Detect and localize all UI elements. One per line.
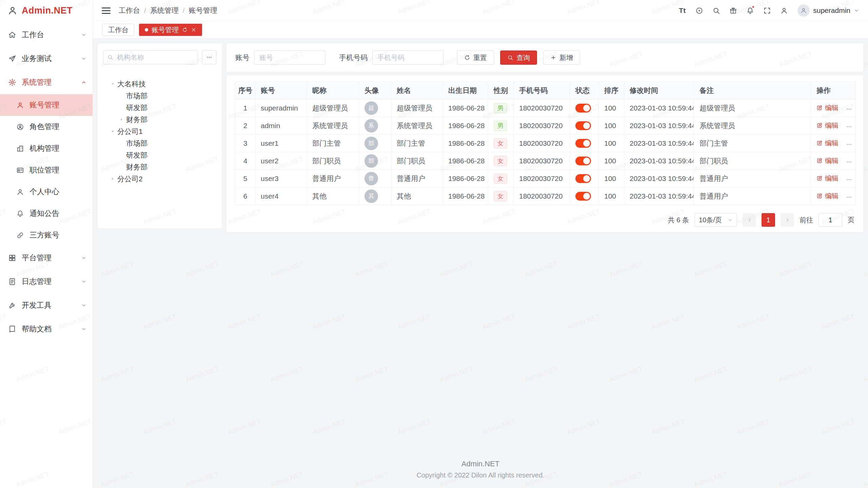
edit-button[interactable]: 编辑 bbox=[816, 121, 839, 130]
breadcrumb-item[interactable]: 账号管理 bbox=[189, 6, 217, 15]
table-card: 序号账号昵称头像姓名出生日期性别手机号码状态排序修改时间备注操作 1supera… bbox=[226, 75, 863, 232]
status-switch[interactable] bbox=[575, 139, 591, 148]
tree-item[interactable]: 财务部 bbox=[103, 161, 216, 173]
sidebar-item[interactable]: 帮助文档 bbox=[0, 317, 93, 341]
cell-ops: 编辑 bbox=[811, 99, 856, 117]
sidebar-item[interactable]: 工作台 bbox=[0, 23, 93, 47]
bell-icon[interactable] bbox=[743, 3, 757, 18]
cell-account: admin bbox=[255, 117, 307, 135]
sidebar: Admin.NET 工作台业务测试系统管理账号管理角色管理机构管理职位管理个人中… bbox=[0, 0, 93, 488]
cell-name: 普通用户 bbox=[391, 170, 443, 187]
sidebar-subitem[interactable]: 角色管理 bbox=[0, 116, 93, 138]
breadcrumb-item[interactable]: 工作台 bbox=[119, 6, 140, 15]
goto-page-input[interactable] bbox=[818, 213, 842, 227]
tree-item[interactable]: 研发部 bbox=[103, 149, 216, 161]
menu-toggle-icon[interactable] bbox=[102, 7, 111, 14]
user-icon[interactable] bbox=[776, 3, 791, 18]
cell-name: 部门职员 bbox=[391, 152, 443, 170]
cell-name: 系统管理员 bbox=[391, 117, 443, 135]
topbar: 工作台/系统管理/账号管理 Tt superadmin bbox=[93, 0, 868, 21]
org-search-input[interactable] bbox=[103, 50, 198, 64]
cell-avatar: 部 bbox=[359, 135, 391, 152]
status-switch[interactable] bbox=[575, 192, 591, 201]
edit-icon bbox=[816, 105, 823, 111]
account-input[interactable] bbox=[254, 50, 326, 65]
page-size-select[interactable]: 10条/页 bbox=[694, 213, 737, 227]
status-switch[interactable] bbox=[575, 121, 591, 130]
prev-page-button[interactable] bbox=[743, 213, 756, 227]
row-more-button[interactable] bbox=[846, 194, 852, 200]
row-more-button[interactable] bbox=[846, 177, 852, 183]
tree-item[interactable]: 研发部 bbox=[103, 102, 216, 114]
status-switch[interactable] bbox=[575, 174, 591, 183]
app-root: Admin.NET 工作台业务测试系统管理账号管理角色管理机构管理职位管理个人中… bbox=[0, 0, 868, 488]
row-more-button[interactable] bbox=[846, 106, 852, 112]
tree-item[interactable]: 分公司1 bbox=[103, 125, 216, 137]
caret-right-icon bbox=[110, 176, 116, 182]
cell-no: 2 bbox=[236, 117, 255, 135]
cell-avatar: 部 bbox=[359, 152, 391, 170]
org-tree: 大名科技市场部研发部财务部分公司1市场部研发部财务部分公司2 bbox=[103, 78, 216, 185]
search-button[interactable]: 查询 bbox=[500, 50, 537, 65]
next-page-button[interactable] bbox=[781, 213, 794, 227]
cell-gender: 男 bbox=[488, 117, 514, 135]
gift-icon[interactable] bbox=[726, 3, 741, 18]
phone-input[interactable] bbox=[372, 50, 443, 65]
cell-sort: 100 bbox=[599, 187, 624, 205]
reset-button[interactable]: 重置 bbox=[457, 50, 494, 65]
footer-title: Admin.NET bbox=[98, 460, 863, 468]
user-menu[interactable]: superadmin bbox=[797, 4, 859, 17]
edit-button[interactable]: 编辑 bbox=[816, 139, 839, 148]
sidebar-subitem[interactable]: 职位管理 bbox=[0, 159, 93, 181]
org-more-button[interactable] bbox=[202, 50, 216, 64]
sidebar-item-label: 开发工具 bbox=[22, 300, 52, 310]
breadcrumb-item[interactable]: 系统管理 bbox=[150, 6, 179, 15]
tree-item[interactable]: 市场部 bbox=[103, 137, 216, 149]
app-logo: Admin.NET bbox=[0, 0, 93, 21]
edit-button[interactable]: 编辑 bbox=[816, 174, 839, 183]
tree-item[interactable]: 分公司2 bbox=[103, 173, 216, 185]
status-switch[interactable] bbox=[575, 104, 591, 113]
sidebar-subitem[interactable]: 个人中心 bbox=[0, 181, 93, 203]
sidebar-item[interactable]: 日志管理 bbox=[0, 270, 93, 293]
gender-tag: 女 bbox=[494, 191, 507, 201]
tree-item-label: 财务部 bbox=[126, 162, 147, 172]
row-more-button[interactable] bbox=[846, 141, 852, 147]
cell-avatar: 超 bbox=[359, 99, 391, 117]
sidebar-subitem[interactable]: 通知公告 bbox=[0, 203, 93, 224]
caret-down-icon[interactable] bbox=[108, 81, 117, 87]
tree-item[interactable]: 财务部 bbox=[103, 114, 216, 125]
row-more-button[interactable] bbox=[846, 124, 852, 130]
account-field: 账号 bbox=[235, 50, 326, 65]
status-switch[interactable] bbox=[575, 157, 591, 165]
sidebar-subitem[interactable]: 账号管理 bbox=[0, 94, 93, 116]
tab[interactable]: 账号管理 bbox=[139, 24, 202, 36]
dot-circle-icon[interactable] bbox=[692, 3, 707, 18]
cell-name: 超级管理员 bbox=[391, 99, 443, 117]
sidebar-item[interactable]: 系统管理 bbox=[0, 70, 93, 94]
breadcrumb-separator: / bbox=[183, 6, 185, 15]
edit-button[interactable]: 编辑 bbox=[816, 191, 839, 201]
fullscreen-icon[interactable] bbox=[760, 3, 774, 18]
row-more-button[interactable] bbox=[846, 159, 852, 165]
sidebar-item[interactable]: 开发工具 bbox=[0, 293, 93, 317]
sidebar-subitem[interactable]: 机构管理 bbox=[0, 138, 93, 159]
cell-gender: 男 bbox=[488, 99, 514, 117]
sidebar-subitem[interactable]: 三方账号 bbox=[0, 224, 93, 246]
tree-item[interactable]: 大名科技 bbox=[103, 78, 216, 90]
tab[interactable]: 工作台 bbox=[102, 24, 134, 36]
tree-item[interactable]: 市场部 bbox=[103, 90, 216, 102]
current-page-button[interactable]: 1 bbox=[762, 213, 775, 227]
caret-right-icon[interactable] bbox=[117, 117, 126, 122]
add-button[interactable]: 新增 bbox=[543, 50, 580, 65]
sidebar-subitem-label: 账号管理 bbox=[29, 100, 59, 110]
edit-button[interactable]: 编辑 bbox=[816, 103, 839, 113]
edit-button[interactable]: 编辑 bbox=[816, 156, 839, 165]
search-icon[interactable] bbox=[709, 3, 724, 18]
caret-down-icon[interactable] bbox=[108, 128, 117, 134]
sidebar-item[interactable]: 业务测试 bbox=[0, 47, 93, 70]
font-size-icon[interactable]: Tt bbox=[675, 3, 690, 18]
sidebar-item-label: 工作台 bbox=[22, 30, 44, 40]
caret-right-icon[interactable] bbox=[108, 176, 117, 182]
sidebar-item[interactable]: 平台管理 bbox=[0, 246, 93, 270]
